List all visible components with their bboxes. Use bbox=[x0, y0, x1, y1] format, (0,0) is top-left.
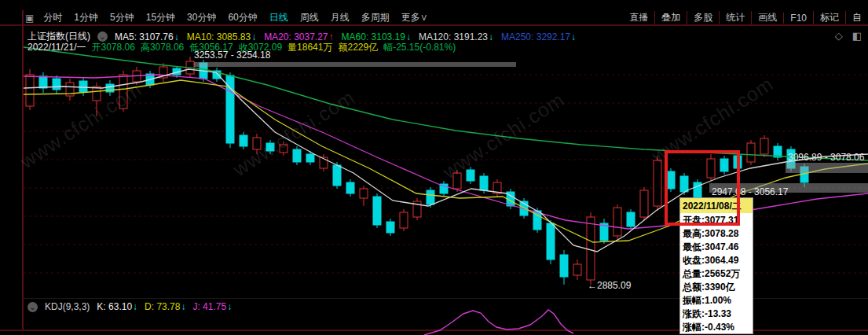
low-price-label: ←2885.09 bbox=[588, 280, 631, 291]
tooltip-rows: 开盘:3077.31最高:3078.28最低:3047.46收盘:3064.49… bbox=[680, 213, 753, 333]
trend-arrow-icon: ↓ bbox=[489, 31, 493, 42]
quote-field-幅: 幅-25.15(-0.81%) bbox=[383, 41, 456, 54]
tooltip-row: 总量:25652万 bbox=[680, 267, 753, 280]
tooltip-row: 总额:3390亿 bbox=[680, 280, 753, 293]
tooltip-row: 开盘:3077.31 bbox=[680, 213, 753, 226]
tooltip-date: 2022/11/08/二 bbox=[680, 198, 753, 213]
quote-field-开: 开3078.06 bbox=[92, 41, 135, 54]
kdj-values: K: 63.10↓D: 73.78↓J: 41.75↓ bbox=[97, 301, 232, 312]
kdj-header-row: ⌄ KDJ(9,3,3) K: 63.10↓D: 73.78↓J: 41.75↓ bbox=[27, 301, 232, 312]
diamond-icon[interactable]: ◇ bbox=[835, 30, 843, 42]
kdj-value: K: 63.10↓ bbox=[97, 301, 137, 312]
trend-arrow-icon: ↓ bbox=[227, 301, 232, 312]
trend-arrow-icon: ↓ bbox=[571, 31, 576, 42]
peak-price-label: 3253.57 - 3254.18 bbox=[194, 50, 270, 61]
ma-value: MA250: 3292.17↓ bbox=[501, 31, 576, 42]
candle-info-tooltip: 2022/11/08/二 开盘:3077.31最高:3078.28最低:3047… bbox=[679, 197, 753, 334]
tooltip-row: 最高:3078.28 bbox=[680, 226, 753, 240]
quote-field-高: 高3078.06 bbox=[141, 41, 184, 54]
kdj-value: J: 41.75↓ bbox=[192, 301, 232, 312]
trend-arrow-icon: ↓ bbox=[181, 301, 185, 312]
kdj-indicator-name: KDJ(9,3,3) bbox=[45, 301, 90, 312]
tooltip-row: 最低:3047.46 bbox=[680, 240, 753, 253]
right-price-label: 3096.89 - 3078.06 bbox=[788, 152, 864, 163]
tooltip-row: 涨跌:-13.33 bbox=[680, 307, 753, 320]
mid-price-label: 2947.08 - 3056.17 bbox=[712, 186, 788, 197]
quote-date: 2022/11/21/一 bbox=[27, 41, 86, 54]
gray-highlight-bar bbox=[786, 163, 868, 173]
tooltip-row: 涨幅:-0.43% bbox=[680, 320, 753, 333]
tooltip-row: 振幅:1.00% bbox=[680, 293, 753, 307]
quote-values: 开3078.06高3078.06低3056.17收3072.09量18641万额… bbox=[92, 41, 456, 54]
gray-highlight-bar bbox=[194, 62, 516, 67]
trend-arrow-icon: ↓ bbox=[133, 301, 137, 312]
quote-field-量: 量18641万 bbox=[288, 41, 332, 54]
stock-chart-window: ▣ 分时1分钟5分钟15分钟30分钟60分钟日线周线月线多周期更多∨ 直播叠加多… bbox=[0, 0, 868, 335]
collapse-chevron-icon[interactable]: ⌄ bbox=[27, 302, 38, 312]
split-screen-icon[interactable]: ◧ bbox=[852, 30, 862, 42]
quote-field-额: 额2229亿 bbox=[338, 41, 378, 54]
kdj-value: D: 73.78↓ bbox=[145, 301, 185, 312]
tooltip-row: 收盘:3064.49 bbox=[680, 253, 753, 267]
chart-corner-icons: ◇◧ bbox=[835, 30, 862, 42]
